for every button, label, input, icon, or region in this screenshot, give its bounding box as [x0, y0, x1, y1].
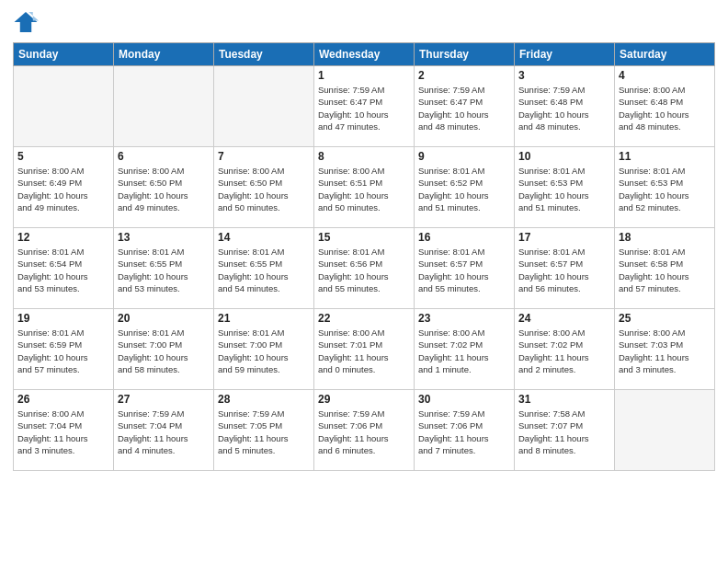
- weekday-sunday: Sunday: [14, 43, 114, 66]
- day-info: Sunrise: 7:58 AM Sunset: 7:07 PM Dayligh…: [518, 408, 610, 456]
- day-info: Sunrise: 8:00 AM Sunset: 7:03 PM Dayligh…: [619, 327, 711, 375]
- day-info: Sunrise: 8:00 AM Sunset: 6:50 PM Dayligh…: [218, 165, 310, 213]
- day-info: Sunrise: 7:59 AM Sunset: 6:47 PM Dayligh…: [318, 84, 410, 132]
- calendar-cell: [14, 66, 114, 147]
- weekday-thursday: Thursday: [415, 43, 515, 66]
- day-number: 25: [619, 312, 711, 325]
- day-info: Sunrise: 8:01 AM Sunset: 7:00 PM Dayligh…: [118, 327, 210, 375]
- day-number: 13: [118, 231, 210, 244]
- day-info: Sunrise: 8:00 AM Sunset: 6:48 PM Dayligh…: [619, 84, 711, 132]
- calendar-cell: 24Sunrise: 8:00 AM Sunset: 7:02 PM Dayli…: [515, 309, 615, 390]
- calendar-cell: 10Sunrise: 8:01 AM Sunset: 6:53 PM Dayli…: [515, 147, 615, 228]
- day-number: 5: [17, 150, 109, 163]
- day-number: 16: [418, 231, 510, 244]
- calendar-cell: 22Sunrise: 8:00 AM Sunset: 7:01 PM Dayli…: [314, 309, 415, 390]
- calendar-cell: 29Sunrise: 7:59 AM Sunset: 7:06 PM Dayli…: [314, 390, 415, 471]
- day-info: Sunrise: 8:01 AM Sunset: 6:55 PM Dayligh…: [118, 246, 210, 294]
- day-info: Sunrise: 7:59 AM Sunset: 7:06 PM Dayligh…: [318, 408, 410, 456]
- day-info: Sunrise: 8:00 AM Sunset: 7:02 PM Dayligh…: [518, 327, 610, 375]
- day-info: Sunrise: 8:01 AM Sunset: 6:58 PM Dayligh…: [619, 246, 711, 294]
- calendar-cell: [114, 66, 214, 147]
- calendar-cell: 2Sunrise: 7:59 AM Sunset: 6:47 PM Daylig…: [415, 66, 515, 147]
- day-number: 17: [518, 231, 610, 244]
- week-row-2: 12Sunrise: 8:01 AM Sunset: 6:54 PM Dayli…: [14, 228, 715, 309]
- day-number: 27: [118, 393, 210, 406]
- day-number: 14: [218, 231, 310, 244]
- day-number: 10: [518, 150, 610, 163]
- day-number: 29: [318, 393, 410, 406]
- weekday-friday: Friday: [515, 43, 615, 66]
- day-number: 9: [418, 150, 510, 163]
- day-info: Sunrise: 8:01 AM Sunset: 6:54 PM Dayligh…: [17, 246, 109, 294]
- calendar: SundayMondayTuesdayWednesdayThursdayFrid…: [13, 42, 715, 471]
- day-number: 6: [118, 150, 210, 163]
- calendar-cell: 4Sunrise: 8:00 AM Sunset: 6:48 PM Daylig…: [615, 66, 715, 147]
- day-info: Sunrise: 7:59 AM Sunset: 6:47 PM Dayligh…: [418, 84, 510, 132]
- day-number: 23: [418, 312, 510, 325]
- day-number: 30: [418, 393, 510, 406]
- day-info: Sunrise: 8:00 AM Sunset: 6:50 PM Dayligh…: [118, 165, 210, 213]
- day-number: 22: [318, 312, 410, 325]
- day-info: Sunrise: 8:01 AM Sunset: 6:53 PM Dayligh…: [619, 165, 711, 213]
- day-number: 1: [318, 69, 410, 82]
- day-info: Sunrise: 8:01 AM Sunset: 6:52 PM Dayligh…: [418, 165, 510, 213]
- calendar-cell: 16Sunrise: 8:01 AM Sunset: 6:57 PM Dayli…: [415, 228, 515, 309]
- day-number: 7: [218, 150, 310, 163]
- weekday-saturday: Saturday: [615, 43, 715, 66]
- calendar-cell: 6Sunrise: 8:00 AM Sunset: 6:50 PM Daylig…: [114, 147, 214, 228]
- day-info: Sunrise: 7:59 AM Sunset: 7:05 PM Dayligh…: [218, 408, 310, 456]
- day-info: Sunrise: 7:59 AM Sunset: 7:04 PM Dayligh…: [118, 408, 210, 456]
- day-info: Sunrise: 8:00 AM Sunset: 7:02 PM Dayligh…: [418, 327, 510, 375]
- calendar-cell: 15Sunrise: 8:01 AM Sunset: 6:56 PM Dayli…: [314, 228, 415, 309]
- svg-marker-0: [15, 12, 38, 32]
- weekday-header: SundayMondayTuesdayWednesdayThursdayFrid…: [14, 43, 715, 66]
- calendar-cell: 13Sunrise: 8:01 AM Sunset: 6:55 PM Dayli…: [114, 228, 214, 309]
- day-info: Sunrise: 8:01 AM Sunset: 6:57 PM Dayligh…: [518, 246, 610, 294]
- page: SundayMondayTuesdayWednesdayThursdayFrid…: [0, 0, 728, 563]
- day-info: Sunrise: 8:01 AM Sunset: 6:56 PM Dayligh…: [318, 246, 410, 294]
- calendar-cell: 27Sunrise: 7:59 AM Sunset: 7:04 PM Dayli…: [114, 390, 214, 471]
- day-info: Sunrise: 7:59 AM Sunset: 7:06 PM Dayligh…: [418, 408, 510, 456]
- weekday-wednesday: Wednesday: [314, 43, 415, 66]
- day-info: Sunrise: 8:01 AM Sunset: 6:57 PM Dayligh…: [418, 246, 510, 294]
- calendar-cell: 26Sunrise: 8:00 AM Sunset: 7:04 PM Dayli…: [14, 390, 114, 471]
- calendar-cell: 12Sunrise: 8:01 AM Sunset: 6:54 PM Dayli…: [14, 228, 114, 309]
- day-number: 12: [17, 231, 109, 244]
- calendar-cell: 5Sunrise: 8:00 AM Sunset: 6:49 PM Daylig…: [14, 147, 114, 228]
- calendar-cell: 21Sunrise: 8:01 AM Sunset: 7:00 PM Dayli…: [214, 309, 314, 390]
- week-row-1: 5Sunrise: 8:00 AM Sunset: 6:49 PM Daylig…: [14, 147, 715, 228]
- day-number: 19: [17, 312, 109, 325]
- logo-icon: [13, 9, 39, 35]
- day-number: 3: [518, 69, 610, 82]
- day-info: Sunrise: 8:01 AM Sunset: 7:00 PM Dayligh…: [218, 327, 310, 375]
- day-number: 2: [418, 69, 510, 82]
- day-number: 20: [118, 312, 210, 325]
- day-number: 15: [318, 231, 410, 244]
- calendar-cell: 31Sunrise: 7:58 AM Sunset: 7:07 PM Dayli…: [515, 390, 615, 471]
- calendar-cell: 8Sunrise: 8:00 AM Sunset: 6:51 PM Daylig…: [314, 147, 415, 228]
- calendar-cell: 3Sunrise: 7:59 AM Sunset: 6:48 PM Daylig…: [515, 66, 615, 147]
- day-number: 4: [619, 69, 711, 82]
- day-info: Sunrise: 8:01 AM Sunset: 6:53 PM Dayligh…: [518, 165, 610, 213]
- weekday-monday: Monday: [114, 43, 214, 66]
- calendar-cell: 11Sunrise: 8:01 AM Sunset: 6:53 PM Dayli…: [615, 147, 715, 228]
- calendar-cell: 20Sunrise: 8:01 AM Sunset: 7:00 PM Dayli…: [114, 309, 214, 390]
- day-number: 31: [518, 393, 610, 406]
- calendar-cell: [615, 390, 715, 471]
- day-info: Sunrise: 8:01 AM Sunset: 6:55 PM Dayligh…: [218, 246, 310, 294]
- logo: [13, 9, 42, 35]
- calendar-cell: 9Sunrise: 8:01 AM Sunset: 6:52 PM Daylig…: [415, 147, 515, 228]
- day-number: 26: [17, 393, 109, 406]
- calendar-cell: [214, 66, 314, 147]
- week-row-3: 19Sunrise: 8:01 AM Sunset: 6:59 PM Dayli…: [14, 309, 715, 390]
- calendar-cell: 7Sunrise: 8:00 AM Sunset: 6:50 PM Daylig…: [214, 147, 314, 228]
- week-row-4: 26Sunrise: 8:00 AM Sunset: 7:04 PM Dayli…: [14, 390, 715, 471]
- calendar-cell: 30Sunrise: 7:59 AM Sunset: 7:06 PM Dayli…: [415, 390, 515, 471]
- calendar-cell: 28Sunrise: 7:59 AM Sunset: 7:05 PM Dayli…: [214, 390, 314, 471]
- header: [13, 9, 715, 35]
- day-number: 11: [619, 150, 711, 163]
- day-info: Sunrise: 8:00 AM Sunset: 7:04 PM Dayligh…: [17, 408, 109, 456]
- day-info: Sunrise: 8:00 AM Sunset: 6:51 PM Dayligh…: [318, 165, 410, 213]
- day-info: Sunrise: 8:00 AM Sunset: 6:49 PM Dayligh…: [17, 165, 109, 213]
- day-number: 8: [318, 150, 410, 163]
